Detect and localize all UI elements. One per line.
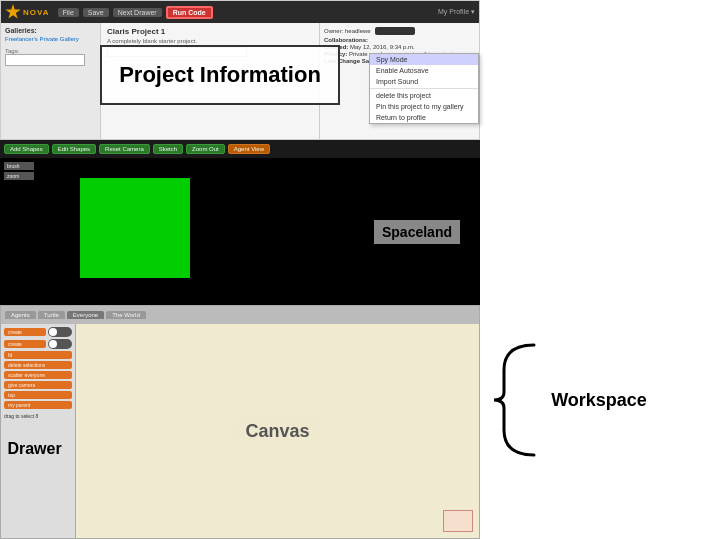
fd-block[interactable]: fd xyxy=(4,351,72,359)
canvas-label: Canvas xyxy=(233,417,321,446)
edit-shapes-button[interactable]: Edit Shapes xyxy=(52,144,96,154)
spaceland-side-panel: brush zoom xyxy=(4,162,34,180)
agent-view-button[interactable]: Agent View xyxy=(228,144,270,154)
collaborations-label: Collaborations: xyxy=(324,37,368,43)
my-parent-block[interactable]: my parent xyxy=(4,401,72,409)
project-name: Claris Project 1 xyxy=(107,27,313,36)
drawer-panel: create create fd delete selections scatt… xyxy=(1,324,76,538)
delete-selections-block[interactable]: delete selections xyxy=(4,361,72,369)
created-value: May 12, 2016, 9:34 p.m. xyxy=(350,44,415,50)
spaceland-section: Add Shapes Edit Shapes Reset Camera Sket… xyxy=(0,140,480,305)
created-line: Created: May 12, 2016, 9:34 p.m. xyxy=(324,44,475,50)
give-camera-block[interactable]: give camera xyxy=(4,381,72,389)
app-logo: NOVA xyxy=(5,4,50,20)
save-button[interactable]: Save xyxy=(83,8,109,17)
top-block[interactable]: top xyxy=(4,391,72,399)
profile-button[interactable]: My Profile ▾ xyxy=(438,8,475,16)
zoom-button[interactable]: zoom xyxy=(4,172,34,180)
tab-turtle[interactable]: Turtle xyxy=(38,311,65,319)
canvas-area: Canvas xyxy=(76,324,479,538)
block-create-2: create xyxy=(4,339,72,349)
reset-camera-button[interactable]: Reset Camera xyxy=(99,144,150,154)
project-desc: A completely blank starter project. xyxy=(107,38,313,44)
ctx-enable-autosave[interactable]: Enable Autosave xyxy=(370,65,478,76)
galleries-label: Galleries: xyxy=(5,27,96,34)
workspace-annotation-container: Workspace xyxy=(484,340,654,460)
right-panel: Owner: headlewe Collaborations: Created:… xyxy=(319,23,479,139)
spaceland-canvas: brush zoom Spaceland xyxy=(0,158,480,305)
workspace-section: Agents Turtle Everyone The World create … xyxy=(0,305,480,539)
file-button[interactable]: File xyxy=(58,8,79,17)
green-shape xyxy=(80,178,190,278)
drawer-annotation: Drawer xyxy=(2,440,67,479)
run-code-button[interactable]: Run Code xyxy=(166,6,213,19)
workspace-label: Workspace xyxy=(544,390,654,411)
sketch-button[interactable]: Sketch xyxy=(153,144,183,154)
ctx-import-sound[interactable]: Import Sound xyxy=(370,76,478,87)
ctx-spy-mode[interactable]: Spy Mode xyxy=(370,54,478,65)
toggle-2[interactable] xyxy=(48,339,72,349)
tab-everyone[interactable]: Everyone xyxy=(67,311,104,319)
brace-icon xyxy=(484,340,544,460)
star-icon xyxy=(5,4,21,20)
drawer-footer: drag to select 8 xyxy=(4,413,72,419)
ctx-pin-gallery[interactable]: Pin this project to my gallery xyxy=(370,101,478,112)
tab-agents[interactable]: Agents xyxy=(5,311,36,319)
app-name: NOVA xyxy=(23,8,50,17)
collaborations-line: Collaborations: xyxy=(324,37,475,43)
create-block-2[interactable]: create xyxy=(4,340,46,348)
context-menu: Spy Mode Enable Autosave Import Sound de… xyxy=(369,53,479,124)
ctx-delete-project[interactable]: delete this project xyxy=(370,90,478,101)
create-block-1[interactable]: create xyxy=(4,328,46,336)
spaceland-label: Spaceland xyxy=(374,220,460,244)
brush-button[interactable]: brush xyxy=(4,162,34,170)
workspace-tabs: Agents Turtle Everyone The World xyxy=(1,306,479,324)
left-panel: Galleries: Freelancer's Private Gallery … xyxy=(1,23,101,139)
project-information-annotation: Project Information xyxy=(100,45,340,105)
next-drawer-button[interactable]: Next Drawer xyxy=(113,8,162,17)
ctx-divider-1 xyxy=(370,88,478,89)
workspace-body: create create fd delete selections scatt… xyxy=(1,324,479,538)
spaceland-toolbar: Add Shapes Edit Shapes Reset Camera Sket… xyxy=(0,140,480,158)
ctx-return-profile[interactable]: Return to profile xyxy=(370,112,478,123)
tags-input[interactable] xyxy=(5,54,85,66)
block-create-1: create xyxy=(4,327,72,337)
scatter-everyone-block[interactable]: scatter everyone xyxy=(4,371,72,379)
toggle-1[interactable] xyxy=(48,327,72,337)
owner-avatar-rect xyxy=(375,27,415,35)
tab-the-world[interactable]: The World xyxy=(106,311,146,319)
canvas-mini-rect xyxy=(443,510,473,532)
owner-bar: Owner: headlewe xyxy=(324,27,475,35)
app-toolbar: NOVA File Save Next Drawer Run Code My P… xyxy=(1,1,479,23)
zoom-out-button[interactable]: Zoom Out xyxy=(186,144,225,154)
add-shapes-button[interactable]: Add Shapes xyxy=(4,144,49,154)
gallery-link[interactable]: Freelancer's Private Gallery xyxy=(5,36,96,42)
owner-name: Owner: headlewe xyxy=(324,28,371,34)
